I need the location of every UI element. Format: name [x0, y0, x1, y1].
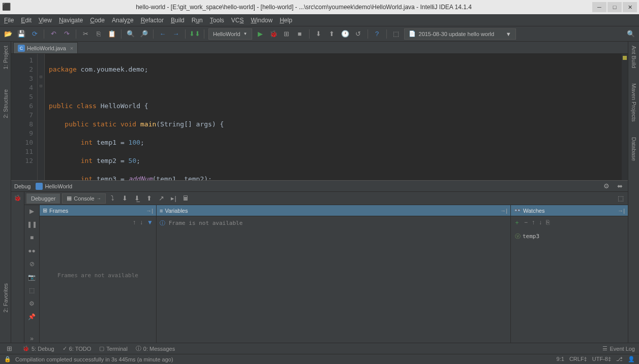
view-breakpoints-icon[interactable]: ●●: [28, 247, 36, 255]
watch-up-icon[interactable]: ↑: [532, 219, 535, 226]
rerun-icon[interactable]: 🐞: [14, 194, 22, 202]
menu-window[interactable]: Window: [251, 17, 272, 24]
git-branch-icon[interactable]: ⎇: [616, 356, 623, 362]
force-step-icon[interactable]: ⬇̲: [132, 193, 142, 204]
hide-icon[interactable]: →|: [146, 208, 153, 214]
save-icon[interactable]: 💾: [16, 29, 26, 39]
redo-icon[interactable]: ↷: [62, 29, 72, 39]
editor-scrollbar[interactable]: [622, 54, 628, 180]
run-to-cursor-icon[interactable]: ▸|: [169, 193, 179, 204]
code-area[interactable]: package com.youmeek.demo; public class H…: [45, 54, 628, 180]
step-into-icon[interactable]: ⬇: [120, 193, 130, 204]
help-icon[interactable]: ?: [372, 29, 382, 39]
close-button[interactable]: ✕: [623, 2, 637, 12]
back-icon[interactable]: ←: [158, 29, 168, 39]
fold-icon[interactable]: ⊟: [38, 74, 44, 83]
run-config-select[interactable]: HelloWorld ▼: [208, 28, 252, 40]
menu-analyze[interactable]: Analyze: [112, 17, 134, 24]
undo-icon[interactable]: ↶: [48, 29, 58, 39]
drop-frame-icon[interactable]: ↗: [157, 193, 167, 204]
tab-console[interactable]: ▦Console→: [62, 193, 105, 204]
menu-view[interactable]: View: [39, 17, 52, 24]
tool-messages[interactable]: ⓘ0: Messages: [136, 345, 175, 352]
maximize-button[interactable]: □: [607, 2, 622, 12]
minimize-button[interactable]: ─: [592, 2, 606, 12]
resume-icon[interactable]: ▶: [28, 207, 36, 215]
debug-config[interactable]: HelloWorld: [36, 183, 72, 190]
pause-icon[interactable]: ❚❚: [28, 220, 36, 228]
vcs-revert-icon[interactable]: ↺: [353, 29, 363, 39]
tab-helloworld[interactable]: C HelloWorld.java ×: [13, 42, 78, 53]
search-everywhere-icon[interactable]: 🔍: [626, 29, 636, 39]
vcs-changelist-select[interactable]: 📄 2015-08-30 update hello world ▼: [404, 28, 516, 40]
open-icon[interactable]: 📂: [3, 29, 13, 39]
stop-icon[interactable]: ■: [295, 29, 305, 39]
next-frame-icon[interactable]: ↓: [140, 219, 143, 226]
line-separator[interactable]: CRLF‡: [569, 356, 587, 362]
menu-file[interactable]: File: [4, 17, 14, 24]
menu-tools[interactable]: Tools: [210, 17, 224, 24]
vcs-update-icon[interactable]: ⬇: [314, 29, 324, 39]
inspector-icon[interactable]: 👤: [628, 356, 635, 362]
editor[interactable]: 123456789101112 ⊟⊟ package com.youmeek.d…: [11, 54, 628, 180]
filter-icon[interactable]: ▼: [147, 219, 153, 226]
copy-watch-icon[interactable]: ⎘: [546, 219, 550, 226]
watch-down-icon[interactable]: ↓: [539, 219, 542, 226]
menu-help[interactable]: Help: [280, 17, 292, 24]
menu-code[interactable]: Code: [90, 17, 105, 24]
make-icon[interactable]: ⬇⬇: [190, 29, 200, 39]
tool-database[interactable]: Database: [631, 137, 637, 161]
restore-icon[interactable]: ⬚: [28, 286, 36, 294]
copy-icon[interactable]: ⎘: [94, 29, 104, 39]
tool-structure[interactable]: 2: Structure: [3, 89, 9, 118]
add-watch-icon[interactable]: ＋: [514, 218, 520, 227]
fold-icon[interactable]: ⊟: [38, 83, 44, 92]
pin-icon[interactable]: 📌: [28, 313, 36, 321]
step-out-icon[interactable]: ⬆: [144, 193, 155, 204]
mute-breakpoints-icon[interactable]: ⊘: [28, 260, 36, 268]
forward-icon[interactable]: →: [171, 29, 181, 39]
debug-icon[interactable]: 🐞: [268, 29, 279, 39]
menu-refactor[interactable]: Refactor: [141, 17, 164, 24]
tab-debugger[interactable]: Debugger: [26, 193, 60, 204]
cut-icon[interactable]: ✂: [80, 29, 90, 39]
paste-icon[interactable]: 📋: [107, 29, 117, 39]
sync-icon[interactable]: ⟳: [29, 29, 40, 39]
tool-todo[interactable]: ✓6: TODO: [63, 345, 92, 352]
tab-close-icon[interactable]: ×: [70, 45, 73, 51]
remove-watch-icon[interactable]: −: [524, 219, 528, 226]
hide-icon[interactable]: →|: [618, 208, 625, 214]
vcs-history-icon[interactable]: 🕐: [340, 29, 350, 39]
file-encoding[interactable]: UTF-8‡: [592, 356, 611, 362]
gear-icon[interactable]: ⚙: [601, 181, 612, 191]
find-icon[interactable]: 🔍: [126, 29, 136, 39]
tool-terminal[interactable]: ▢Terminal: [99, 345, 128, 352]
vcs-commit-icon[interactable]: ⬆: [327, 29, 337, 39]
menu-vcs[interactable]: VCS: [231, 17, 244, 24]
menu-run[interactable]: Run: [192, 17, 203, 24]
more-icon[interactable]: »: [28, 335, 36, 343]
replace-icon[interactable]: 🔎: [139, 29, 149, 39]
step-over-icon[interactable]: ⤵: [108, 193, 118, 204]
menu-build[interactable]: Build: [171, 17, 185, 24]
run-icon[interactable]: ▶: [255, 29, 265, 39]
hide-icon[interactable]: →|: [500, 208, 507, 214]
tool-project[interactable]: 1: Project: [3, 46, 9, 69]
prev-frame-icon[interactable]: ↑: [133, 219, 136, 226]
structure-icon[interactable]: ⬚: [391, 29, 401, 39]
restore-layout-icon[interactable]: ⬚: [616, 193, 626, 204]
menu-edit[interactable]: Edit: [21, 17, 32, 24]
coverage-icon[interactable]: ⊞: [282, 29, 292, 39]
caret-position[interactable]: 9:1: [557, 356, 564, 362]
tool-favorites[interactable]: 2: Favorites: [3, 283, 9, 312]
stop-debug-icon[interactable]: ■: [28, 234, 36, 242]
menu-navigate[interactable]: Navigate: [59, 17, 83, 24]
minimize-panel-icon[interactable]: ⬌: [615, 181, 625, 191]
evaluate-icon[interactable]: 🖩: [181, 193, 191, 204]
tool-ant[interactable]: Ant Build: [631, 46, 637, 68]
tool-maven[interactable]: Maven Projects: [631, 83, 637, 122]
tool-eventlog[interactable]: ☰Event Log: [602, 345, 635, 352]
settings-icon[interactable]: ⚙: [28, 300, 36, 308]
tool-debug[interactable]: 🐞5: Debug: [22, 345, 54, 352]
watch-item[interactable]: ⓥ temp3: [514, 231, 625, 241]
